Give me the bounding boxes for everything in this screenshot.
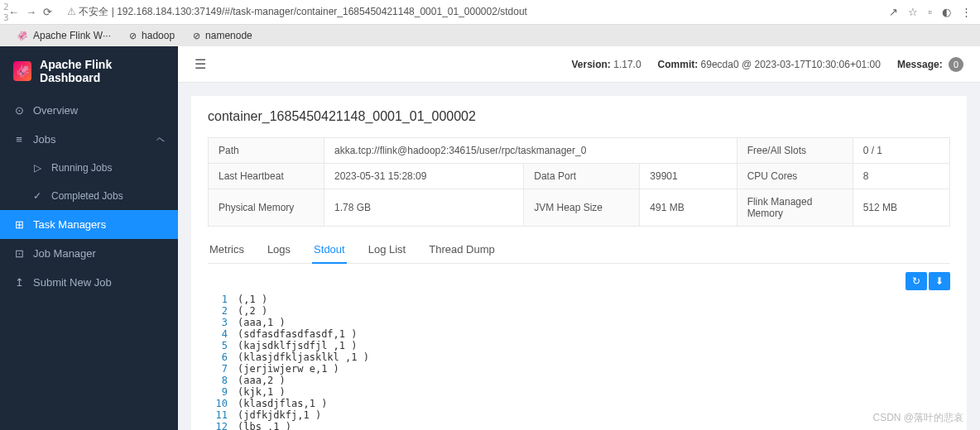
line-number: 10 — [208, 398, 238, 409]
code-line: 9(kjk,1 ) — [208, 386, 950, 398]
info-label: Flink Managed Memory — [737, 189, 853, 227]
line-content: (jdfkjdkfj,1 ) — [238, 409, 321, 421]
sidebar-item-overview[interactable]: ⊙ Overview — [0, 96, 178, 125]
tab-icon: ⊘ — [193, 31, 200, 41]
info-value: 39901 — [640, 164, 737, 189]
task-managers-icon: ⊞ — [13, 218, 25, 231]
overview-icon: ⊙ — [13, 104, 25, 117]
share-icon[interactable]: ↗ — [889, 6, 898, 18]
line-number: 11 — [208, 409, 238, 421]
line-content: (klasjdfkljasklkl ,1 ) — [238, 351, 369, 363]
sidebar-item-task-managers[interactable]: ⊞ Task Managers — [0, 210, 178, 239]
page-title: container_1685450421148_0001_01_000002 — [208, 109, 950, 124]
tab-stdout[interactable]: Stdout — [312, 236, 347, 264]
info-label: Free/All Slots — [737, 138, 853, 164]
line-content: (kjk,1 ) — [238, 386, 286, 398]
sidebar-header: 🦑 Apache Flink Dashboard — [0, 46, 178, 96]
bookmark-icon[interactable]: ☆ — [908, 6, 918, 18]
line-content: (aaa,1 ) — [238, 317, 286, 328]
sidebar: 🦑 Apache Flink Dashboard ⊙ Overview ≡ Jo… — [0, 46, 178, 430]
line-number: 7 — [208, 363, 238, 375]
info-value: 2023-05-31 15:28:09 — [324, 164, 524, 189]
message-badge: 0 — [949, 57, 963, 72]
reload-icon[interactable]: ⟳ — [43, 6, 52, 18]
url-bar[interactable]: ⚠ 不安全 | 192.168.184.130:37149/#/task-man… — [60, 5, 881, 19]
flink-logo-icon: 🦑 — [13, 61, 31, 81]
menu-icon[interactable]: ⋮ — [961, 6, 972, 18]
version-info: Version: 1.17.0 — [572, 59, 641, 70]
info-value: 1.78 GB — [324, 189, 524, 227]
code-line: 1(,1 ) — [208, 294, 950, 305]
top-header: ☰ Version: 1.17.0 Commit: 69ecda0 @ 2023… — [178, 46, 980, 83]
code-line: 2(,2 ) — [208, 305, 950, 317]
sidebar-item-job-manager[interactable]: ⊡ Job Manager — [0, 239, 178, 268]
code-line: 10(klasdjflas,1 ) — [208, 398, 950, 409]
info-label: Last Heartbeat — [209, 164, 324, 189]
code-line: 5(kajsdklfjsdfjl ,1 ) — [208, 340, 950, 351]
tab-icon: ⊘ — [129, 31, 137, 41]
tab-loglist[interactable]: Log List — [367, 236, 408, 264]
code-line: 8(aaa,2 ) — [208, 375, 950, 386]
chevron-up-icon: ヘ — [156, 134, 165, 146]
code-line: 3(aaa,1 ) — [208, 317, 950, 328]
message-info: Message: 0 — [897, 57, 963, 72]
line-content: (kajsdklfjsdfjl ,1 ) — [238, 340, 358, 351]
running-icon: ▷ — [31, 162, 43, 174]
tab-threaddump[interactable]: Thread Dump — [427, 236, 496, 264]
tab-logs[interactable]: Logs — [266, 236, 292, 264]
line-number: 2 — [208, 305, 238, 317]
tab-icon: 🦑 — [17, 31, 28, 41]
line-content: (,1 ) — [238, 294, 267, 305]
info-value: akka.tcp://flink@hadoop2:34615/user/rpc/… — [324, 138, 737, 164]
browser-tab[interactable]: 🦑 Apache Flink W··· — [8, 26, 119, 45]
info-label: JVM Heap Size — [524, 189, 640, 227]
sidebar-item-completed-jobs[interactable]: ✓ Completed Jobs — [0, 182, 178, 210]
jobs-icon: ≡ — [13, 133, 25, 146]
code-line: 6(klasjdfkljasklkl ,1 ) — [208, 351, 950, 363]
info-table: Path akka.tcp://flink@hadoop2:34615/user… — [208, 137, 950, 227]
code-line: 4(sdfasdfasdfasdf,1 ) — [208, 328, 950, 340]
download-button[interactable]: ⬇ — [929, 272, 950, 290]
completed-icon: ✓ — [31, 190, 43, 202]
line-number: 5 — [208, 340, 238, 351]
line-number: 9 — [208, 386, 238, 398]
browser-tab[interactable]: ⊘ hadoop — [121, 26, 183, 45]
info-value: 8 — [853, 164, 949, 189]
page-line-numbers: 2 3 — [2, 0, 11, 25]
code-line: 11(jdfkjdkfj,1 ) — [208, 409, 950, 421]
line-number: 6 — [208, 351, 238, 363]
line-number: 1 — [208, 294, 238, 305]
forward-icon[interactable]: → — [26, 6, 36, 18]
browser-toolbar: ← → ⟳ ⚠ 不安全 | 192.168.184.130:37149/#/ta… — [0, 0, 980, 25]
submit-icon: ↥ — [13, 276, 25, 289]
line-number: 12 — [208, 421, 238, 430]
info-label: Physical Memory — [209, 189, 324, 227]
line-content: (klasdjflas,1 ) — [238, 398, 327, 409]
tab-metrics[interactable]: Metrics — [208, 236, 246, 264]
info-value: 491 MB — [640, 189, 737, 227]
sidebar-item-submit-job[interactable]: ↥ Submit New Job — [0, 268, 178, 297]
line-content: (jerjiwjerw e,1 ) — [238, 363, 339, 375]
line-content: (aaa,2 ) — [238, 375, 286, 386]
sidebar-item-jobs[interactable]: ≡ Jobs ヘ — [0, 125, 178, 154]
watermark: CSDN @落叶的悲哀 — [872, 411, 963, 425]
refresh-button[interactable]: ↻ — [906, 272, 927, 290]
line-number: 8 — [208, 375, 238, 386]
box-icon[interactable]: ▫ — [928, 6, 932, 18]
code-viewer: 1(,1 )2(,2 )3(aaa,1 )4(sdfasdfasdfasdf,1… — [208, 294, 950, 430]
menu-toggle-icon[interactable]: ☰ — [195, 56, 206, 72]
sidebar-item-running-jobs[interactable]: ▷ Running Jobs — [0, 154, 178, 182]
info-label: Path — [209, 138, 324, 164]
user-icon[interactable]: ◐ — [942, 6, 951, 18]
info-value: 512 MB — [853, 189, 949, 227]
code-line: 7(jerjiwjerw e,1 ) — [208, 363, 950, 375]
job-manager-icon: ⊡ — [13, 247, 25, 260]
subtabs: Metrics Logs Stdout Log List Thread Dump — [208, 236, 950, 264]
line-content: (lbs ,1 ) — [238, 421, 291, 430]
commit-info: Commit: 69ecda0 @ 2023-03-17T10:30:06+01… — [658, 59, 881, 70]
line-content: (sdfasdfasdfasdf,1 ) — [238, 328, 358, 340]
info-label: CPU Cores — [737, 164, 853, 189]
code-line: 12(lbs ,1 ) — [208, 421, 950, 430]
browser-tab[interactable]: ⊘ namenode — [185, 26, 261, 45]
browser-tabs: 🦑 Apache Flink W··· ⊘ hadoop ⊘ namenode — [0, 25, 980, 46]
